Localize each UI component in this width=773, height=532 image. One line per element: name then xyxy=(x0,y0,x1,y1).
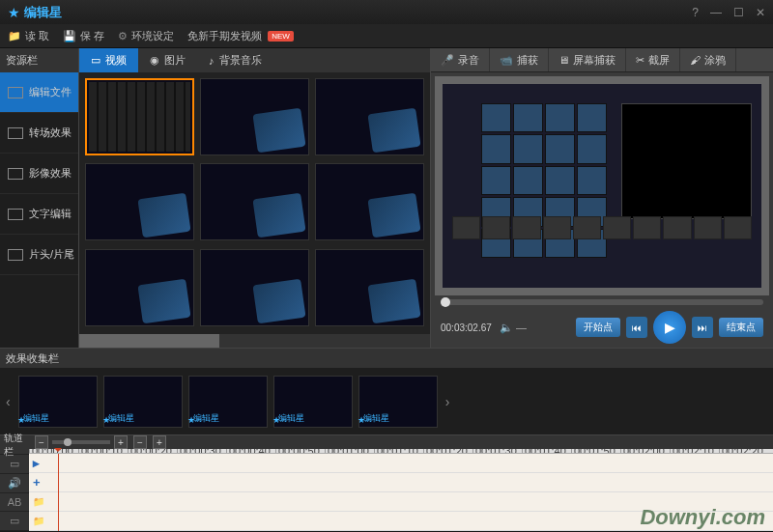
sidebar-item-text-edit[interactable]: 文字编辑 xyxy=(0,194,78,235)
app-title: 编辑星 xyxy=(24,4,62,21)
media-grid xyxy=(79,72,430,334)
scissors-icon: ✂ xyxy=(636,54,644,67)
timeline-header: 轨道栏 xyxy=(0,435,29,455)
ruler-tick: 00:01:50 xyxy=(571,449,620,453)
effect-thumb[interactable]: ★编辑星 xyxy=(18,376,98,428)
save-icon: 💾 xyxy=(63,30,76,42)
ruler-tick: 00:01:40 xyxy=(522,449,571,453)
media-thumb[interactable] xyxy=(200,78,309,155)
capture-icon: 📹 xyxy=(500,54,513,67)
effects-header: 效果收集栏 xyxy=(0,349,773,368)
effect-thumb[interactable]: ★编辑星 xyxy=(358,376,438,428)
ruler-tick: 00:02:10 xyxy=(670,449,719,453)
track-folder-icon[interactable]: 📁 xyxy=(33,496,44,507)
effect-thumb[interactable]: ★编辑星 xyxy=(188,376,268,428)
timecode: 00:03:02.67 xyxy=(441,322,492,333)
media-thumb[interactable] xyxy=(200,163,309,240)
media-thumb[interactable] xyxy=(315,249,424,326)
media-thumb[interactable] xyxy=(200,249,309,326)
menu-read[interactable]: 📁读 取 xyxy=(8,29,49,43)
zoom-out-button[interactable]: − xyxy=(35,435,48,449)
sidebar-item-intro-outro[interactable]: 片头/片尾 xyxy=(0,235,78,275)
volume-icon[interactable]: 🔈 — xyxy=(500,322,527,334)
sidebar-item-edit-file[interactable]: 编辑文件 xyxy=(0,72,78,113)
preview-screen xyxy=(435,76,769,295)
track-audio-icon[interactable]: 🔊 xyxy=(0,474,29,493)
folder-icon: 📁 xyxy=(8,30,21,42)
minimize-icon[interactable]: — xyxy=(710,6,722,19)
new-badge: NEW xyxy=(268,31,294,42)
maximize-icon[interactable]: ☐ xyxy=(733,6,744,19)
help-icon[interactable]: ? xyxy=(692,6,699,19)
gear-icon: ⚙ xyxy=(118,30,128,42)
tab-image[interactable]: ◉图片 xyxy=(138,48,197,72)
video-icon: ▭ xyxy=(91,54,100,67)
effects-panel: 效果收集栏 ‹ ★编辑星 ★编辑星 ★编辑星 ★编辑星 ★编辑星 › xyxy=(0,348,773,434)
play-button[interactable]: ▶ xyxy=(653,311,686,344)
menu-save[interactable]: 💾保 存 xyxy=(63,29,104,43)
ptab-screen[interactable]: 🖥屏幕捕获 xyxy=(549,48,626,71)
effect-thumb[interactable]: ★编辑星 xyxy=(273,376,353,428)
start-point-button[interactable]: 开始点 xyxy=(576,318,620,337)
next-button[interactable]: ⏭ xyxy=(692,317,713,338)
seek-handle[interactable] xyxy=(441,297,450,307)
camera-icon: ◉ xyxy=(150,54,159,67)
ptab-record[interactable]: 🎤录音 xyxy=(431,48,490,71)
ruler-tick: 00:01:20 xyxy=(423,449,472,453)
ptab-draw[interactable]: 🖌涂鸦 xyxy=(680,48,736,71)
tab-video[interactable]: ▭视频 xyxy=(79,48,138,72)
track-add-icon[interactable]: ▸ xyxy=(33,456,40,470)
effects-prev[interactable]: ‹ xyxy=(4,394,13,409)
menubar: 📁读 取 💾保 存 ⚙环境设定 免新手期发视频NEW xyxy=(0,24,773,48)
ruler-tick: 00:00:30 xyxy=(177,449,226,453)
media-thumb[interactable] xyxy=(315,163,424,240)
zoom-minus2-button[interactable]: − xyxy=(133,435,147,449)
track-folder-icon[interactable]: 📁 xyxy=(33,516,44,526)
text-icon xyxy=(8,209,23,220)
window-controls: ? — ☐ ✕ xyxy=(692,6,765,19)
titlebar: ★ 编辑星 ? — ☐ ✕ xyxy=(0,0,773,24)
seek-bar[interactable] xyxy=(441,299,763,305)
prev-button[interactable]: ⏮ xyxy=(626,317,647,338)
ruler-tick: 00:00:40 xyxy=(226,449,275,453)
close-icon[interactable]: ✕ xyxy=(756,6,765,19)
menu-settings[interactable]: ⚙环境设定 xyxy=(118,29,174,43)
ruler-tick: 00:01:10 xyxy=(374,449,423,453)
watermark: Downyi.com xyxy=(640,505,765,530)
tab-music[interactable]: ♪背景音乐 xyxy=(197,48,273,72)
end-point-button[interactable]: 结束点 xyxy=(719,318,763,337)
ptab-screenshot[interactable]: ✂截屏 xyxy=(626,48,680,71)
brush-icon: 🖌 xyxy=(690,54,701,66)
sidebar-header: 资源栏 xyxy=(0,48,78,72)
playhead[interactable] xyxy=(58,454,59,531)
ruler-tick: 00:01:30 xyxy=(472,449,522,453)
media-thumb[interactable] xyxy=(85,78,194,155)
sidebar-item-video-effect[interactable]: 影像效果 xyxy=(0,154,78,194)
zoom-in-button[interactable]: + xyxy=(114,435,128,449)
media-thumb[interactable] xyxy=(85,249,194,326)
menu-free-video[interactable]: 免新手期发视频NEW xyxy=(187,29,294,43)
ruler-tick: 00:00:10 xyxy=(78,449,128,453)
screen-icon: 🖥 xyxy=(558,54,569,66)
sidebar: 资源栏 编辑文件 转场效果 影像效果 文字编辑 片头/片尾 xyxy=(0,48,79,348)
track-overlay-icon[interactable]: ▭ xyxy=(0,512,29,531)
effects-next[interactable]: › xyxy=(444,394,452,409)
ruler-tick: 00:02:20 xyxy=(719,449,768,453)
mic-icon: 🎤 xyxy=(441,54,454,67)
music-icon: ♪ xyxy=(209,55,215,67)
zoom-plus2-button[interactable]: + xyxy=(153,435,166,449)
media-tabs: ▭视频 ◉图片 ♪背景音乐 xyxy=(79,48,430,72)
ruler-tick: 00:02:00 xyxy=(620,449,670,453)
track-video-icon[interactable]: ▭ xyxy=(0,455,29,474)
ptab-capture[interactable]: 📹捕获 xyxy=(490,48,549,71)
zoom-slider[interactable] xyxy=(52,440,110,444)
media-thumb[interactable] xyxy=(315,78,424,155)
sidebar-item-transition[interactable]: 转场效果 xyxy=(0,113,78,154)
film-icon xyxy=(8,87,23,98)
track-text-icon[interactable]: AB xyxy=(0,493,29,513)
media-thumb[interactable] xyxy=(85,163,194,240)
track-add-icon[interactable]: + xyxy=(33,475,41,490)
ruler-tick: 00:01:00 xyxy=(325,449,374,453)
effect-thumb[interactable]: ★编辑星 xyxy=(103,376,183,428)
media-scrollbar[interactable] xyxy=(79,334,430,348)
